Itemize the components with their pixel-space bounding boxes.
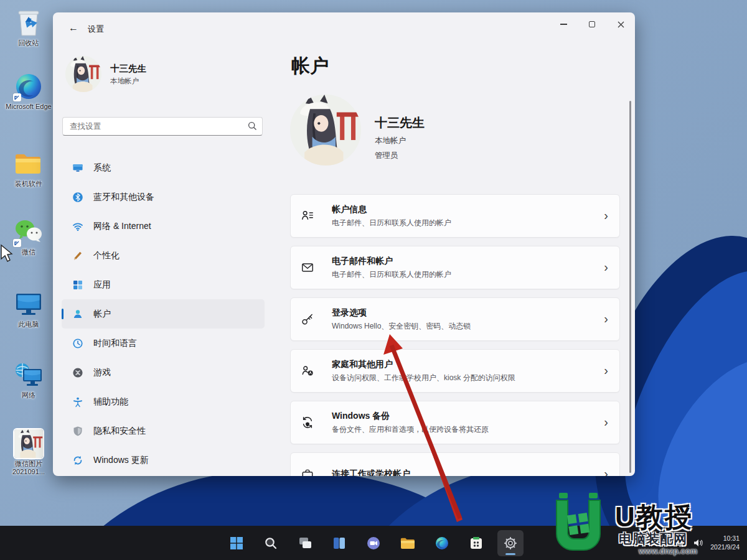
shortcut-arrow-icon [13, 93, 21, 101]
sidebar-item-label: 应用 [93, 279, 111, 291]
chevron-right-icon: › [604, 364, 608, 378]
window-title: 设置 [88, 24, 104, 35]
account-profile: 十三先生 本地帐户 管理员 [290, 95, 425, 166]
desktop-icon-label: 微信 [22, 248, 35, 256]
shield-icon [72, 426, 83, 437]
desktop-icon-label: 回收站 [19, 39, 39, 47]
card-title: 连接工作或学校帐户 [332, 469, 604, 476]
minimize-button[interactable] [549, 12, 578, 36]
sidebar-item-privacy-security[interactable]: 隐私和安全性 [62, 416, 265, 446]
taskbar-clock[interactable]: 10:31 2021/9/24 [710, 534, 740, 551]
sidebar-item-time-language[interactable]: 时间和语言 [62, 329, 265, 358]
app-grid-icon [469, 536, 484, 551]
briefcase-icon [301, 467, 314, 476]
speaker-tray-icon[interactable] [693, 539, 703, 547]
desktop-icon-label: 网络 [22, 391, 35, 399]
sidebar-item-windows-update[interactable]: Windows 更新 [62, 446, 265, 475]
card-email-accounts[interactable]: 电子邮件和帐户 电子邮件、日历和联系人使用的帐户 › [290, 246, 620, 289]
card-windows-backup[interactable]: Windows 备份 备份文件、应用和首选项，以便跨设备将其还原 › [290, 401, 620, 444]
profile-account-type: 本地帐户 [375, 136, 425, 146]
chat-button[interactable] [360, 530, 387, 556]
scrollbar[interactable] [629, 101, 631, 473]
task-view-icon [298, 536, 312, 551]
recycle-bin-icon [14, 9, 43, 37]
search-input[interactable] [62, 117, 263, 136]
edge-button[interactable] [429, 530, 455, 556]
file-explorer-button[interactable] [395, 530, 421, 556]
chevron-right-icon: › [604, 209, 608, 223]
sidebar-item-label: 个性化 [93, 250, 120, 261]
app-tile-button[interactable] [463, 530, 489, 556]
desktop-icon-image-file[interactable]: 微信图片 2021091... [5, 429, 52, 475]
clock-time: 10:31 [710, 534, 740, 543]
hidden-icons-chevron[interactable] [647, 541, 655, 546]
sidebar-item-label: 网络 & Internet [93, 221, 151, 232]
desktop-icon-this-pc[interactable]: 此电脑 [5, 290, 52, 329]
network-icon [14, 361, 43, 390]
sidebar-item-label: Windows 更新 [93, 455, 149, 466]
widgets-button[interactable] [326, 530, 352, 556]
chevron-right-icon: › [604, 467, 608, 477]
card-subtitle: 设备访问权限、工作或学校用户、kiosk 分配的访问权限 [332, 373, 604, 383]
sidebar-item-accounts[interactable]: 帐户 [62, 299, 265, 329]
chevron-right-icon: › [604, 312, 608, 327]
folder-icon [14, 149, 43, 178]
sidebar-item-personalization[interactable]: 个性化 [62, 241, 265, 270]
sidebar-user-profile[interactable]: 十三先生 本地帐户 [65, 56, 146, 92]
sidebar-item-label: 蓝牙和其他设备 [93, 192, 154, 203]
close-button[interactable] [606, 12, 635, 36]
account-info-icon [301, 209, 314, 223]
desktop-icon-recycle-bin[interactable]: 回收站 [5, 9, 52, 47]
image-file-icon [14, 429, 43, 458]
desktop-icon-network[interactable]: 网络 [5, 361, 52, 399]
maximize-button[interactable] [578, 12, 606, 36]
sidebar-item-label: 系统 [93, 162, 111, 174]
chevron-right-icon: › [604, 261, 608, 275]
sidebar-item-apps[interactable]: 应用 [62, 270, 265, 299]
sidebar-item-network[interactable]: 网络 & Internet [62, 212, 265, 241]
search-button[interactable] [258, 530, 284, 556]
shortcut-arrow-icon [13, 239, 21, 247]
sidebar-item-system[interactable]: 系统 [62, 153, 265, 182]
sidebar-item-label: 帐户 [93, 309, 111, 320]
backup-sync-icon [301, 416, 314, 429]
desktop: 回收站 Microsoft Edge [0, 0, 747, 560]
sidebar-item-gaming[interactable]: 游戏 [62, 358, 265, 387]
settings-button[interactable] [497, 530, 524, 556]
desktop-icon-folder[interactable]: 装机软件 [5, 149, 52, 188]
card-title: 家庭和其他用户 [332, 359, 604, 370]
card-subtitle: 电子邮件、日历和联系人使用的帐户 [332, 218, 604, 228]
start-button[interactable] [223, 530, 250, 556]
widgets-icon [332, 536, 347, 551]
key-icon [301, 312, 314, 326]
user-avatar [65, 56, 101, 92]
desktop-icon-edge[interactable]: Microsoft Edge [5, 72, 52, 111]
card-account-info[interactable]: 帐户信息 电子邮件、日历和联系人使用的帐户 › [290, 194, 620, 238]
time-language-icon [72, 338, 83, 349]
search-icon [248, 121, 257, 131]
wechat-icon [14, 218, 43, 246]
card-access-work-school[interactable]: 连接工作或学校帐户 › [290, 452, 620, 476]
sidebar-item-bluetooth-devices[interactable]: 蓝牙和其他设备 [62, 182, 265, 212]
windows-update-icon [72, 455, 83, 466]
display-tray-icon[interactable] [676, 539, 687, 547]
user-avatar-large [290, 95, 361, 166]
email-icon [301, 261, 314, 274]
card-subtitle: 备份文件、应用和首选项，以便跨设备将其还原 [332, 424, 604, 435]
card-sign-in-options[interactable]: 登录选项 Windows Hello、安全密钥、密码、动态锁 › [290, 297, 620, 341]
titlebar: ← 设置 [53, 12, 635, 42]
ime-indicator[interactable]: 中 [662, 538, 669, 548]
desktop-icon-label: 此电脑 [19, 320, 39, 329]
settings-window: ← 设置 十三先生 本地帐户 [53, 12, 635, 476]
task-view-button[interactable] [292, 530, 318, 556]
sidebar-item-accessibility[interactable]: 辅助功能 [62, 387, 265, 416]
card-family-other-users[interactable]: 家庭和其他用户 设备访问权限、工作或学校用户、kiosk 分配的访问权限 › [290, 349, 620, 393]
sidebar-item-label: 时间和语言 [93, 338, 137, 349]
card-title: 帐户信息 [332, 204, 604, 215]
card-title: Windows 备份 [332, 411, 604, 422]
back-button[interactable]: ← [64, 20, 83, 36]
this-pc-icon [14, 290, 43, 319]
desktop-icon-label: Microsoft Edge [6, 103, 51, 111]
sidebar-item-label: 游戏 [93, 367, 111, 378]
sidebar-item-label: 辅助功能 [93, 396, 128, 408]
